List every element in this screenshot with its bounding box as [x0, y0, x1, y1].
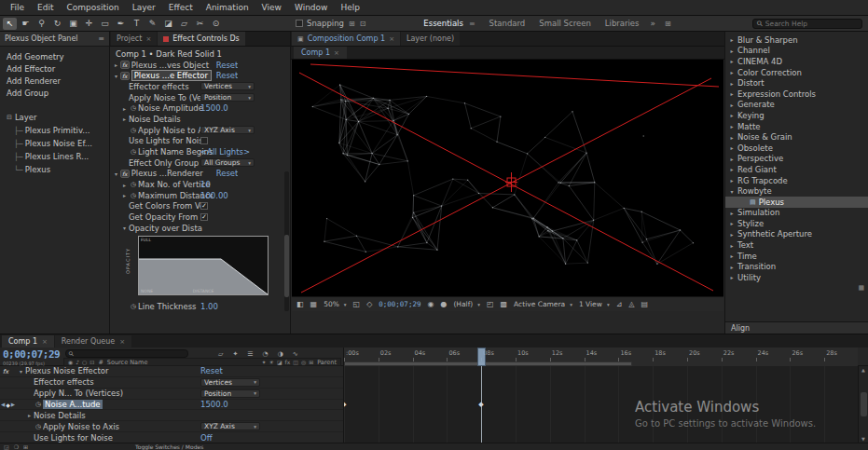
draft-3d-icon[interactable]: ✦	[232, 350, 238, 358]
effects-category-expression-controls[interactable]: ▸Expression Controls	[725, 89, 868, 100]
resolution-dropdown[interactable]: (Half)▾	[453, 300, 480, 308]
snap-option-grid-icon[interactable]: ⊞	[349, 20, 355, 28]
effect-controls-property-label[interactable]: Effector effects	[129, 82, 189, 91]
eye-icon[interactable]: ◉	[68, 359, 73, 365]
workspace-standard[interactable]: Standard	[489, 19, 526, 28]
twirl-right-icon[interactable]: ▸	[728, 274, 736, 280]
twirl-right-icon[interactable]: ▸	[728, 58, 736, 64]
region-of-interest-icon[interactable]: ◰	[487, 300, 494, 308]
expand-layer-switches-icon[interactable]: ◲	[4, 443, 9, 450]
timeline-property-label[interactable]: Noise A...tude	[43, 400, 102, 409]
collapse-icon[interactable]: ☀	[269, 359, 274, 365]
previous-keyframe-icon[interactable]: ◀	[1, 402, 5, 408]
more-workspaces-button[interactable]: »	[651, 19, 656, 28]
menu-help[interactable]: Help	[334, 3, 366, 12]
roto-brush-tool[interactable]: ✂	[193, 18, 207, 30]
keyframe-diamond[interactable]: ◆	[343, 400, 346, 410]
effects-category-synthetic-aperture[interactable]: ▸Synthetic Aperture	[725, 229, 868, 240]
effect-controls-property-label[interactable]: Apply Noise to Axi	[138, 126, 210, 135]
close-icon[interactable]: ×	[42, 338, 48, 346]
effects-category-perspective[interactable]: ▸Perspective	[725, 154, 868, 165]
timeline-property-label[interactable]: Effector effects	[34, 377, 94, 387]
twirl-right-icon[interactable]: ▸	[728, 231, 736, 238]
effects-category-color-correction[interactable]: ▸Color Correction	[725, 67, 868, 78]
timeline-tab-render-queue[interactable]: Render Queue×	[55, 335, 131, 348]
current-time-indicator-head[interactable]	[477, 348, 486, 366]
effect-controls-property-label[interactable]: Apply Noise To (Verti	[129, 93, 203, 102]
timeline-tab-comp-1[interactable]: Comp 1×	[2, 335, 54, 348]
effect-controls-link[interactable]: <All Lights>	[200, 147, 250, 157]
help-search[interactable]: ⚲	[752, 19, 862, 29]
comp-flowchart-icon[interactable]: ▱	[218, 350, 223, 358]
effects-category-utility[interactable]: ▸Utility	[725, 272, 868, 283]
twirl-right-icon[interactable]: ▸	[728, 210, 736, 216]
composition-viewport[interactable]	[292, 60, 723, 296]
timeline-track-area[interactable]: ◆◆	[343, 366, 858, 443]
parent-column[interactable]: Parent	[317, 359, 337, 366]
tree-item-plexus[interactable]: └─Plexus	[0, 163, 109, 176]
3d-layer-icon[interactable]: ⊞	[309, 359, 313, 365]
twirl-down-icon[interactable]: ▾	[112, 73, 120, 79]
menu-composition[interactable]: Composition	[61, 3, 126, 12]
effects-category-blur-sharpen[interactable]: ▸Blur & Sharpen	[725, 34, 868, 46]
twirl-right-icon[interactable]: ▸	[728, 36, 736, 43]
tab-project[interactable]: Project ×	[111, 32, 157, 46]
tree-item-plexus-noise-ef[interactable]: ├─Plexus Noise Ef...	[0, 137, 109, 150]
clone-stamp-tool[interactable]: ◪	[161, 18, 175, 30]
next-keyframe-icon[interactable]: ▶	[11, 402, 15, 408]
effect-controls-property-label[interactable]: Plexus ...e Effector	[131, 70, 212, 81]
workspace-grid-icon[interactable]: ⊞	[665, 20, 671, 28]
close-icon[interactable]: ×	[334, 49, 339, 57]
stopwatch-icon[interactable]: ◷	[131, 148, 136, 156]
graph-plot-area[interactable]: FULLNONEDISTANCE	[138, 236, 269, 295]
timeline-property-label[interactable]: Plexus Noise Effector	[25, 366, 109, 375]
menu-animation[interactable]: Animation	[200, 3, 255, 12]
comp-timecode[interactable]: 0;00;07;29	[379, 300, 420, 308]
twirl-right-icon[interactable]: ▸	[728, 166, 736, 172]
effect-controls-property-label[interactable]: Line Thickness	[138, 302, 196, 311]
tree-item-plexus-lines-r[interactable]: ├─Plexus Lines R...	[0, 150, 109, 163]
shy-icon[interactable]: ✦	[261, 359, 266, 365]
effect-controls-value[interactable]: 100.00	[200, 191, 228, 200]
effects-category-keying[interactable]: ▸Keying	[725, 110, 868, 121]
timeline-search[interactable]: ⚲	[65, 349, 188, 358]
camera-view-dropdown[interactable]: Active Camera▾	[514, 300, 572, 308]
effects-category-matte[interactable]: ▸Matte	[725, 121, 868, 132]
menu-layer[interactable]: Layer	[126, 3, 162, 12]
tab-layer[interactable]: Layer (none)	[401, 32, 460, 46]
roi-icon[interactable]: ◱	[353, 300, 361, 308]
effects-category-noise-grain[interactable]: ▸Noise & Grain	[725, 131, 868, 143]
reset-link[interactable]: Reset	[216, 71, 239, 80]
checkbox[interactable]: ✓	[200, 202, 208, 210]
timeline-property-label[interactable]: Noise Details	[34, 411, 86, 420]
twirl-right-icon[interactable]: ▸	[728, 69, 736, 75]
stopwatch-icon[interactable]: ◷	[131, 181, 136, 188]
twirl-right-icon[interactable]: ▸	[120, 192, 129, 198]
twirl-right-icon[interactable]: ▸	[728, 90, 736, 97]
effects-category-red-giant[interactable]: ▸Red Giant	[725, 164, 868, 175]
stopwatch-icon[interactable]: ◷	[35, 423, 41, 430]
tab-effect-controls[interactable]: Effect Controls Ds	[158, 32, 245, 46]
effect-controls-property-label[interactable]: Get Colors From Verti	[129, 201, 203, 211]
effects-category-text[interactable]: ▸Text	[725, 239, 868, 251]
effect-controls-property-label[interactable]: Max No. of Vertice	[138, 180, 210, 189]
snapshot-icon[interactable]: ◉	[427, 300, 434, 308]
fast-previews-icon[interactable]: ◬	[628, 300, 634, 308]
timeline-link[interactable]: Reset	[200, 366, 223, 375]
mini-flowchart-icon[interactable]: ▤	[641, 300, 649, 308]
stopwatch-icon[interactable]: ◷	[131, 192, 136, 199]
effects-category-time[interactable]: ▸Time	[725, 251, 868, 262]
twirl-right-icon[interactable]: ▸	[728, 123, 736, 130]
shape-tool[interactable]: ▭	[98, 18, 112, 30]
twirl-right-icon[interactable]: ▸	[728, 80, 736, 87]
camera-tool[interactable]: ▣	[66, 18, 80, 30]
checkbox[interactable]	[200, 137, 208, 144]
effect-controls-property-label[interactable]: Plexus ...ves Object	[131, 61, 212, 70]
align-panel-header[interactable]: Align	[725, 321, 868, 334]
rotation-tool[interactable]: ↻	[50, 18, 64, 30]
effects-category-rowbyte[interactable]: ▾Rowbyte	[725, 185, 868, 197]
add-effector-button[interactable]: Add Effector	[0, 63, 109, 75]
puppet-pin-tool[interactable]: ⊙	[209, 18, 223, 30]
motion-blur-column-icon[interactable]: ◎	[301, 359, 306, 365]
timeline-property-label[interactable]: Use Lights for Noise	[34, 433, 113, 443]
